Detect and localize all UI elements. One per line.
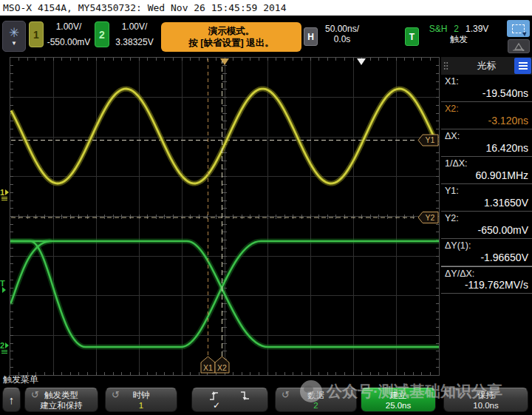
right-arrow-icon: [2, 287, 6, 293]
softkey-label: 数据: [307, 390, 324, 400]
trigger-source: 2: [454, 24, 459, 34]
cursor-label: ΔY(1):: [445, 240, 528, 251]
softkey-edge-select[interactable]: ✓: [191, 388, 268, 412]
horizontal-button[interactable]: H: [304, 27, 318, 46]
cursor-value: -1.96650V: [445, 252, 528, 263]
cursors-panel-header[interactable]: 光标: [441, 57, 532, 75]
cycle-icon: ↺: [31, 390, 39, 400]
channel1-marker-label: 1: [0, 189, 4, 196]
hamburger-icon: [519, 62, 528, 70]
waveform-display[interactable]: X1X2Y1Y2: [10, 57, 440, 376]
channel2-waveform-glow: [11, 241, 50, 303]
annotation-button[interactable]: [508, 39, 530, 53]
cursor-value: 16.420ns: [445, 142, 528, 154]
trigger-readout[interactable]: S&H 2 1.39V 触发: [422, 24, 496, 44]
cursors-panel-title: 光标: [451, 59, 522, 72]
softkey-label: 保持: [477, 390, 494, 400]
cursor-row-inv-dx[interactable]: 1/ΔX: 60.901MHz: [441, 157, 532, 184]
cursor-y1-flag-label: Y1: [426, 135, 435, 144]
delta-arrow-icon: [512, 41, 525, 51]
demo-mode-notice: 演示模式。 按 [缺省设置] 退出。: [161, 22, 301, 52]
cursor-row-dy[interactable]: ΔY(1): -1.96650V: [441, 239, 532, 266]
channel2-button[interactable]: 2: [95, 21, 109, 47]
softkey-value: 2: [313, 400, 318, 411]
cursor-label: X1:: [445, 76, 528, 87]
channel1-scale: 1.00V/: [56, 22, 82, 32]
cursor-row-dx[interactable]: ΔX: 16.420ns: [441, 129, 532, 157]
cursor-label: Y1:: [445, 186, 528, 196]
cursor-value: -650.00mV: [445, 224, 528, 236]
menu-back-button[interactable]: ↑: [2, 388, 21, 412]
softkey-label: 触发类型: [44, 390, 78, 400]
cursor-value: -19.540ns: [445, 87, 528, 99]
timebase-scale: 50.00ns/: [325, 24, 359, 34]
check-icon: ✓: [213, 402, 220, 409]
trigger-level-marker[interactable]: T: [0, 280, 10, 293]
softkey-value: 建立和保持: [40, 400, 83, 411]
softkey-trigger-type[interactable]: ↺ 触发类型 建立和保持: [24, 388, 98, 412]
cursor-label: ΔY/ΔX:: [445, 269, 528, 279]
softkey-hold-time[interactable]: 保持 10.0ns: [443, 388, 528, 412]
cursors-menu-button[interactable]: [514, 58, 531, 74]
menu-title: 触发菜单: [3, 374, 38, 386]
softkey-value: 1: [139, 400, 143, 411]
cursor-value: 60.901MHz: [445, 169, 528, 181]
channel1-button[interactable]: 1: [29, 21, 44, 47]
softkey-clock[interactable]: ↺ 时钟 1: [105, 388, 177, 412]
chevron-down-icon: ▼: [11, 41, 17, 47]
instrument-title-bar: MSO-X 4154A, MY54350732: Wed Nov 26 15:4…: [0, 0, 532, 16]
channel1-offset: -550.00mV: [47, 38, 91, 47]
falling-edge-icon: [239, 391, 251, 401]
cursors-panel: 光标 X1: -19.540ns X2: -3.120ns ΔX: 16.420…: [441, 57, 532, 374]
cycle-icon: ↺: [112, 390, 120, 400]
channel2-marker-label: 2: [0, 342, 4, 349]
right-arrow-icon: [5, 343, 9, 348]
cursor-row-x1[interactable]: X1: -19.540ns: [441, 75, 532, 102]
ground-icon: [1, 350, 7, 354]
trigger-marker-label: T: [0, 280, 5, 287]
demo-notice-line2: 按 [缺省设置] 退出。: [188, 37, 273, 49]
cursor-row-y2[interactable]: Y2: -650.00mV: [441, 212, 532, 239]
softkey-data[interactable]: ↺ 数据 2: [275, 388, 357, 412]
channel1-ground-marker[interactable]: 1: [0, 189, 10, 200]
softkey-label: 建立: [390, 390, 407, 400]
cursor-x1-flag-label: X1: [203, 363, 213, 372]
cursor-label: 1/ΔX:: [445, 158, 528, 169]
trigger-level: 1.39V: [466, 24, 488, 34]
channel2-offset: 3.38325V: [115, 38, 153, 47]
cursor-value: -3.120ns: [445, 115, 528, 126]
channel1-waveform: [11, 89, 437, 183]
demo-notice-line1: 演示模式。: [208, 25, 255, 37]
system-menu-button[interactable]: ✳ ▼: [2, 21, 26, 52]
cursor-value: -119.762MV/s: [445, 279, 528, 291]
softkey-setup-time[interactable]: 建立 25.0ns: [361, 388, 436, 412]
touch-select-button[interactable]: [507, 20, 530, 37]
cursor-value: 1.31650V: [445, 197, 528, 209]
cursor-row-slope[interactable]: ΔY/ΔX: -119.762MV/s: [441, 266, 532, 294]
ground-icon: [1, 197, 7, 200]
timebase-delay: 0.0s: [334, 34, 351, 44]
time-reference-marker[interactable]: [220, 58, 229, 65]
horizontal-readout[interactable]: 50.00ns/ 0.0s: [319, 24, 365, 44]
cursor-label: Y2:: [445, 213, 528, 223]
drag-grip-icon: [443, 61, 449, 70]
graticule: X1X2Y1Y2: [10, 58, 439, 375]
channel2-ground-marker[interactable]: 2: [0, 342, 10, 354]
softkey-value: 10.0ns: [473, 400, 499, 411]
channel2-scale: 1.00V/: [122, 22, 148, 32]
softkey-label: 时钟: [133, 390, 150, 400]
cursor-row-y1[interactable]: Y1: 1.31650V: [441, 184, 532, 212]
trigger-caption: 触发: [450, 34, 468, 44]
cursor-y2-flag-label: Y2: [426, 213, 435, 222]
selection-rect-icon: [512, 24, 525, 33]
cursor-x2-flag-label: X2: [217, 363, 227, 372]
channel1-readout[interactable]: 1.00V/ -550.00mV: [44, 22, 93, 47]
toolbar: ✳ ▼ 1 1.00V/ -550.00mV 2 1.00V/ 3.38325V…: [0, 16, 532, 57]
cycle-icon: ↺: [282, 390, 290, 400]
cursor-row-x2[interactable]: X2: -3.120ns: [441, 102, 532, 129]
trigger-position-marker[interactable]: [357, 58, 366, 65]
keysight-star-icon: ✳: [9, 27, 19, 39]
trigger-button[interactable]: T: [405, 27, 419, 46]
channel2-readout[interactable]: 1.00V/ 3.38325V: [111, 22, 158, 47]
up-arrow-icon: ↑: [9, 395, 15, 405]
